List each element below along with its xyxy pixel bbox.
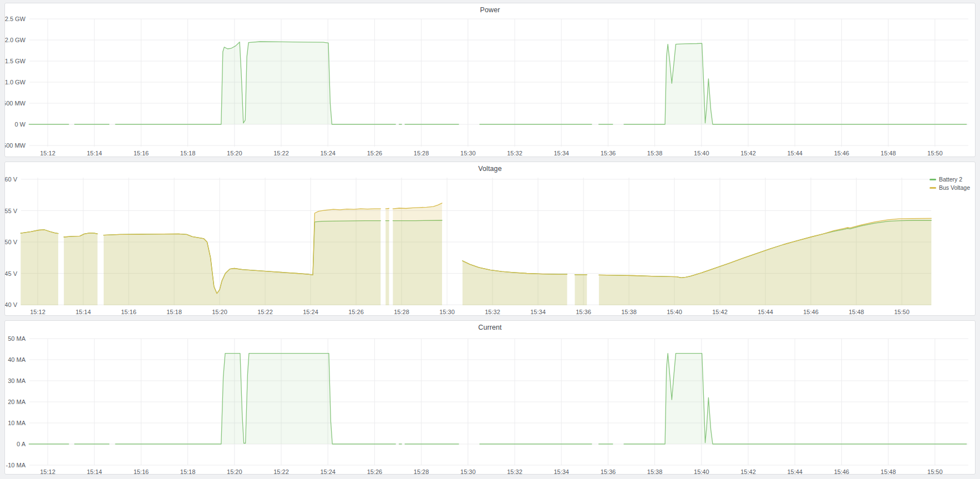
x-axis-tick-label: 15:34 bbox=[530, 309, 546, 315]
x-axis-tick-label: 15:46 bbox=[834, 468, 850, 474]
y-axis-tick-label: 40 V bbox=[5, 301, 18, 308]
x-axis-tick-label: 15:32 bbox=[507, 468, 522, 474]
x-axis-tick-label: 15:30 bbox=[439, 309, 455, 315]
x-axis-tick-label: 15:32 bbox=[507, 150, 522, 157]
y-axis-tick-label: 40 MA bbox=[8, 356, 26, 363]
x-axis-tick-label: 15:16 bbox=[134, 468, 149, 474]
x-axis-tick-label: 15:40 bbox=[694, 150, 709, 157]
x-axis-tick-label: 15:12 bbox=[40, 150, 55, 157]
x-axis-tick-label: 15:36 bbox=[601, 468, 616, 474]
Current-area bbox=[624, 354, 967, 444]
x-axis-tick-label: 15:26 bbox=[348, 309, 364, 315]
x-axis-tick-label: 15:32 bbox=[485, 309, 500, 315]
dashboard: Power 2.5 GW2.0 GW1.5 GW1.0 GW500 MW0 W-… bbox=[0, 0, 980, 479]
x-axis-tick-label: 15:18 bbox=[166, 309, 182, 315]
y-axis-tick-label: 45 V bbox=[5, 270, 18, 277]
x-axis-tick-label: 15:46 bbox=[834, 150, 850, 157]
Bus Voltage-area bbox=[385, 209, 389, 306]
legend-item[interactable]: Battery 2 bbox=[930, 176, 962, 183]
legend-swatch bbox=[930, 187, 936, 189]
x-axis-tick-label: 15:42 bbox=[712, 309, 728, 315]
y-axis-tick-label: 1.5 GW bbox=[5, 58, 26, 64]
x-axis-tick-label: 15:16 bbox=[121, 309, 136, 315]
y-axis-tick-label: 20 MA bbox=[8, 399, 26, 405]
y-axis-tick-label: 2.5 GW bbox=[5, 16, 26, 22]
Bus Voltage-area bbox=[21, 230, 58, 305]
x-axis-tick-label: 15:14 bbox=[87, 468, 102, 474]
voltage-legend: Battery 2Bus Voltage bbox=[930, 176, 970, 191]
legend-item-label: Bus Voltage bbox=[939, 184, 970, 191]
y-axis-tick-label: 0 W bbox=[14, 121, 26, 128]
x-axis-tick-label: 15:36 bbox=[601, 150, 616, 157]
x-axis-tick-label: 15:40 bbox=[694, 468, 709, 474]
x-axis-tick-label: 15:26 bbox=[367, 468, 383, 474]
x-axis-tick-label: 15:44 bbox=[787, 150, 803, 157]
current-chart[interactable]: 50 MA40 MA30 MA20 MA10 MA0 A-10 MA15:121… bbox=[5, 321, 975, 474]
y-axis-tick-label: -500 MW bbox=[5, 142, 26, 149]
x-axis-tick-label: 15:22 bbox=[257, 309, 273, 315]
x-axis-tick-label: 15:26 bbox=[367, 150, 383, 157]
Current-area bbox=[115, 354, 395, 444]
x-axis-tick-label: 15:12 bbox=[30, 309, 45, 315]
x-axis-tick-label: 15:44 bbox=[758, 309, 773, 315]
x-axis-tick-label: 15:42 bbox=[740, 150, 756, 157]
x-axis-tick-label: 15:20 bbox=[212, 309, 227, 315]
x-axis-tick-label: 15:34 bbox=[554, 468, 569, 474]
x-axis-tick-label: 15:38 bbox=[647, 150, 663, 157]
y-axis-tick-label: -10 MA bbox=[6, 462, 26, 468]
x-axis-tick-label: 15:50 bbox=[894, 309, 910, 315]
x-axis-tick-label: 15:24 bbox=[320, 468, 336, 474]
x-axis-tick-label: 15:50 bbox=[927, 468, 943, 474]
Power-area bbox=[115, 42, 395, 124]
x-axis-tick-label: 15:22 bbox=[273, 468, 289, 474]
x-axis-tick-label: 15:12 bbox=[40, 468, 55, 474]
x-axis-tick-label: 15:14 bbox=[75, 309, 91, 315]
Bus Voltage-area bbox=[104, 209, 380, 305]
y-axis-tick-label: 50 V bbox=[5, 239, 18, 245]
x-axis-tick-label: 15:40 bbox=[667, 309, 682, 315]
y-axis-tick-label: 55 V bbox=[5, 208, 18, 214]
Power-area bbox=[624, 43, 967, 124]
voltage-chart[interactable]: 60 V55 V50 V45 V40 V15:1215:1415:1615:18… bbox=[5, 162, 975, 315]
x-axis-tick-label: 15:14 bbox=[87, 150, 102, 157]
Bus Voltage-area bbox=[393, 203, 442, 305]
Bus Voltage-area bbox=[64, 233, 98, 305]
Bus Voltage-line bbox=[385, 209, 389, 209]
x-axis-tick-label: 15:48 bbox=[849, 309, 864, 315]
x-axis-tick-label: 15:20 bbox=[227, 468, 242, 474]
y-axis-tick-label: 500 MW bbox=[5, 100, 26, 107]
x-axis-tick-label: 15:16 bbox=[134, 150, 149, 157]
panel-current: Current 50 MA40 MA30 MA20 MA10 MA0 A-10 … bbox=[4, 320, 976, 475]
panel-power: Power 2.5 GW2.0 GW1.5 GW1.0 GW500 MW0 W-… bbox=[4, 3, 976, 157]
y-axis-tick-label: 50 MA bbox=[8, 335, 26, 342]
x-axis-tick-label: 15:50 bbox=[927, 150, 943, 157]
x-axis-tick-label: 15:38 bbox=[647, 468, 663, 474]
x-axis-tick-label: 15:24 bbox=[320, 150, 336, 157]
legend-swatch bbox=[930, 179, 936, 180]
y-axis-tick-label: 30 MA bbox=[8, 377, 26, 384]
x-axis-tick-label: 15:48 bbox=[881, 468, 896, 474]
y-axis-tick-label: 0 A bbox=[17, 441, 26, 447]
x-axis-tick-label: 15:46 bbox=[803, 309, 819, 315]
y-axis-tick-label: 10 MA bbox=[8, 420, 26, 426]
x-axis-tick-label: 15:28 bbox=[394, 309, 409, 315]
x-axis-tick-label: 15:22 bbox=[273, 150, 289, 157]
x-axis-tick-label: 15:36 bbox=[576, 309, 591, 315]
legend-item-label: Battery 2 bbox=[939, 176, 962, 183]
y-axis-tick-label: 2.0 GW bbox=[5, 37, 26, 43]
x-axis-tick-label: 15:18 bbox=[180, 468, 196, 474]
Bus Voltage-area bbox=[575, 275, 587, 305]
x-axis-tick-label: 15:44 bbox=[787, 468, 803, 474]
panel-voltage: Voltage 60 V55 V50 V45 V40 V15:1215:1415… bbox=[4, 162, 976, 316]
x-axis-tick-label: 15:42 bbox=[740, 468, 756, 474]
x-axis-tick-label: 15:38 bbox=[621, 309, 637, 315]
x-axis-tick-label: 15:18 bbox=[180, 150, 196, 157]
x-axis-tick-label: 15:48 bbox=[881, 150, 896, 157]
x-axis-tick-label: 15:30 bbox=[460, 468, 476, 474]
x-axis-tick-label: 15:20 bbox=[227, 150, 242, 157]
y-axis-tick-label: 1.0 GW bbox=[5, 79, 26, 85]
legend-item[interactable]: Bus Voltage bbox=[930, 184, 970, 191]
x-axis-tick-label: 15:30 bbox=[460, 150, 476, 157]
power-chart[interactable]: 2.5 GW2.0 GW1.5 GW1.0 GW500 MW0 W-500 MW… bbox=[5, 3, 975, 157]
x-axis-tick-label: 15:28 bbox=[414, 468, 429, 474]
